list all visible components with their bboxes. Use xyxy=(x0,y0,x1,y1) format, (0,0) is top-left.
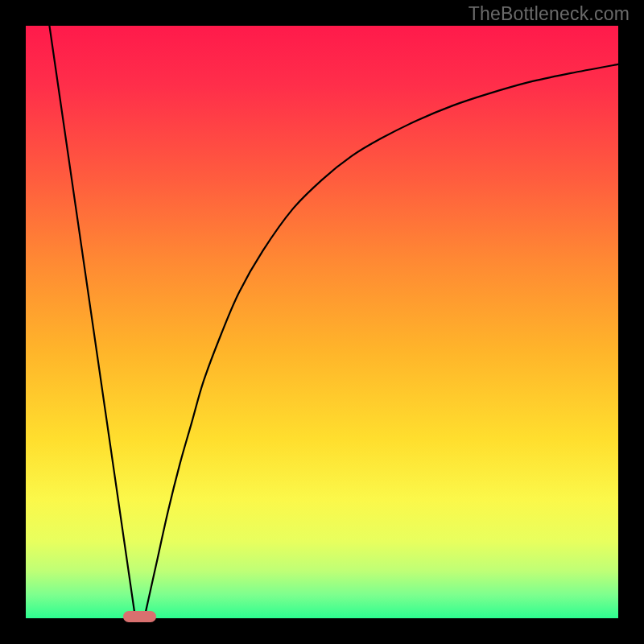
watermark-text: TheBottleneck.com xyxy=(469,3,630,25)
curve-layer xyxy=(26,26,618,618)
left-line xyxy=(49,26,135,618)
right-curve xyxy=(144,64,618,618)
plot-area xyxy=(26,26,618,618)
chart-frame: TheBottleneck.com xyxy=(0,0,644,644)
optimal-marker xyxy=(123,611,155,622)
